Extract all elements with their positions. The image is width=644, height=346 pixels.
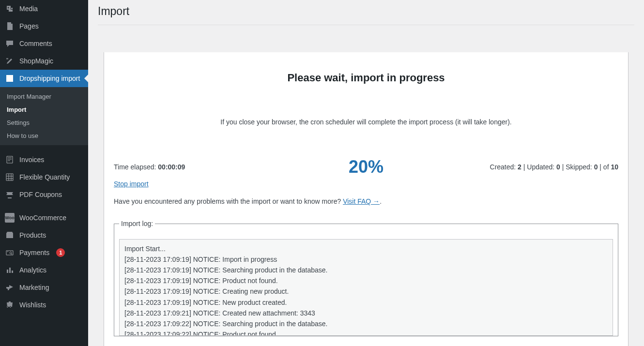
import-heading: Please wait, import in progress [114, 72, 618, 84]
invoices-icon [5, 155, 15, 165]
time-elapsed: Time elapsed: 00:00:09 [114, 163, 349, 171]
stop-import-link[interactable]: Stop import [114, 180, 149, 188]
page-title: Import [98, 5, 634, 18]
sidebar-label: Payments [19, 249, 49, 256]
sidebar-item-payments[interactable]: Payments 1 [0, 244, 88, 261]
import-metrics: Time elapsed: 00:00:09 20% Created: 2 | … [114, 157, 618, 177]
products-icon [5, 230, 15, 240]
log-line: Import Start... [124, 243, 608, 254]
import-stats: Created: 2 | Updated: 0 | Skipped: 0 | o… [383, 163, 618, 171]
sidebar-item-invoices[interactable]: Invoices [0, 151, 88, 168]
submenu-import[interactable]: Import [0, 103, 88, 116]
sidebar-item-woocommerce[interactable]: Woo WooCommerce [0, 209, 88, 226]
sidebar-label: Dropshipping import [19, 75, 80, 82]
flexible-quantity-icon [5, 172, 15, 182]
sidebar-label: Wishlists [19, 301, 46, 309]
pages-icon [5, 21, 15, 31]
import-note: If you close your browser, the cron sche… [114, 118, 618, 126]
import-log-fieldset: Import log: Import Start...[28-11-2023 1… [114, 220, 618, 336]
sidebar-label: WooCommerce [19, 214, 66, 222]
faq-row: Have you encountered any problems with t… [114, 197, 618, 205]
log-line: [28-11-2023 17:09:22] NOTICE: Product no… [124, 329, 608, 336]
sidebar-item-analytics[interactable]: Analytics [0, 261, 88, 279]
sidebar-label: Pages [19, 22, 39, 30]
submenu-settings[interactable]: Settings [0, 116, 88, 129]
sidebar-label: Analytics [19, 266, 46, 274]
log-line: [28-11-2023 17:09:19] NOTICE: New produc… [124, 297, 608, 308]
sidebar-item-marketing[interactable]: Marketing [0, 279, 88, 296]
sidebar-label: ShopMagic [19, 57, 53, 65]
pdf-coupons-icon [5, 190, 15, 199]
progress-percent: 20% [349, 157, 383, 177]
import-log-title: Import log: [119, 220, 155, 227]
faq-text: Have you encountered any problems with t… [114, 197, 343, 205]
sidebar-item-flexible-quantity[interactable]: Flexible Quantity [0, 168, 88, 186]
faq-link[interactable]: Visit FAQ → [343, 197, 380, 205]
log-line: [28-11-2023 17:09:21] NOTICE: Created ne… [124, 308, 608, 318]
sidebar-item-products[interactable]: Products [0, 226, 88, 244]
submenu-import-manager[interactable]: Import Manager [0, 90, 88, 103]
log-line: [28-11-2023 17:09:19] NOTICE: Creating n… [124, 286, 608, 297]
sidebar-item-pages[interactable]: Pages [0, 17, 88, 35]
wishlists-icon [5, 300, 15, 310]
stop-import-row: Stop import [114, 180, 618, 188]
sidebar-item-media[interactable]: Media [0, 0, 88, 17]
sidebar-item-wishlists[interactable]: Wishlists [0, 296, 88, 314]
log-line: [28-11-2023 17:09:19] NOTICE: Searching … [124, 265, 608, 275]
title-divider [98, 25, 634, 25]
media-icon [5, 4, 15, 14]
import-log-body[interactable]: Import Start...[28-11-2023 17:09:19] NOT… [119, 239, 613, 336]
log-line: [28-11-2023 17:09:19] NOTICE: Product no… [124, 275, 608, 286]
elapsed-value: 00:00:09 [158, 163, 185, 171]
elapsed-label: Time elapsed: [114, 163, 158, 171]
sidebar-label: Marketing [19, 284, 49, 291]
log-line: [28-11-2023 17:09:22] NOTICE: Searching … [124, 318, 608, 329]
sidebar-label: Invoices [19, 156, 44, 164]
sidebar-label: Products [19, 231, 46, 239]
log-line: [28-11-2023 17:09:19] NOTICE: Import in … [124, 254, 608, 265]
marketing-icon [5, 283, 15, 292]
payments-badge: 1 [56, 248, 65, 257]
payments-icon [5, 248, 15, 257]
sidebar-item-pdf-coupons[interactable]: PDF Coupons [0, 186, 88, 203]
sidebar-item-comments[interactable]: Comments [0, 35, 88, 52]
woocommerce-icon: Woo [5, 213, 15, 223]
submenu-how-to-use[interactable]: How to use [0, 129, 88, 142]
analytics-icon [5, 265, 15, 275]
admin-sidebar: Media Pages Comments ShopMagic Dropshipp… [0, 0, 88, 346]
sidebar-label: PDF Coupons [19, 191, 62, 198]
shopmagic-icon [5, 56, 15, 66]
sidebar-label: Media [19, 5, 38, 13]
dropshipping-import-icon [5, 74, 15, 83]
sidebar-item-shopmagic[interactable]: ShopMagic [0, 52, 88, 70]
sidebar-label: Comments [19, 40, 52, 47]
main-content: Import Please wait, import in progress I… [88, 0, 644, 346]
sidebar-item-dropshipping-import[interactable]: Dropshipping import [0, 70, 88, 87]
import-card: Please wait, import in progress If you c… [104, 52, 629, 346]
sidebar-submenu: Import Manager Import Settings How to us… [0, 87, 88, 145]
comments-icon [5, 39, 15, 48]
sidebar-label: Flexible Quantity [19, 173, 70, 181]
